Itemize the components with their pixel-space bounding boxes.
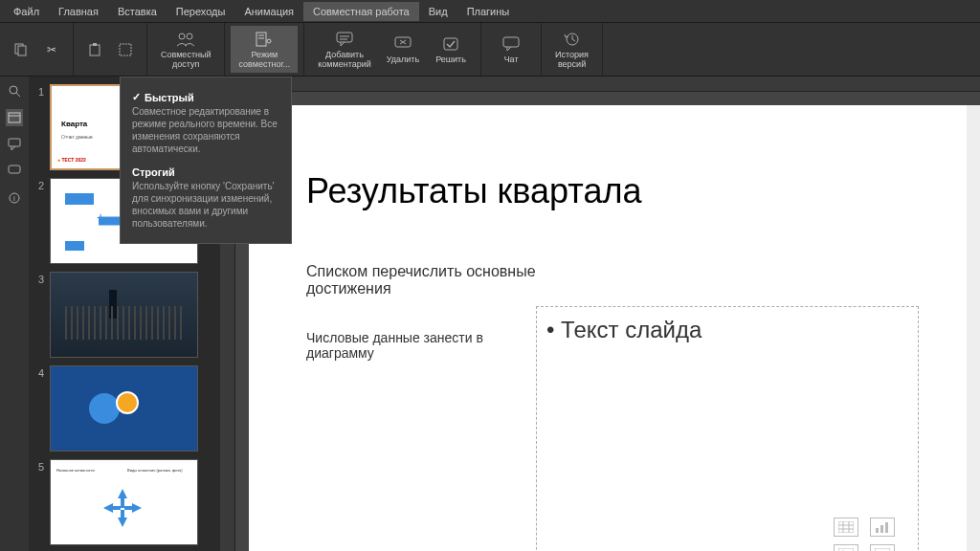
- svg-rect-32: [880, 525, 883, 533]
- svg-rect-33: [885, 522, 888, 533]
- scissors-icon: ✂: [42, 40, 61, 59]
- paste-button[interactable]: [79, 36, 110, 63]
- chat-icon: [501, 34, 521, 54]
- slide-title[interactable]: Результаты квартала: [306, 172, 641, 210]
- content-insert-icons: [834, 518, 899, 551]
- coedit-mode-button[interactable]: Режим совместног...: [231, 26, 298, 74]
- svg-rect-7: [256, 33, 266, 46]
- paste-icon: [85, 40, 104, 59]
- thumb1-logo: ● ТЕСТ 2022: [57, 157, 86, 163]
- svg-rect-2: [90, 45, 100, 55]
- select-icon: [116, 40, 135, 59]
- content-placeholder-text: • Текст слайда: [546, 317, 908, 343]
- coedit-mode-dropdown: ✓Быстрый Совместное редактирование в реж…: [120, 77, 292, 244]
- dropdown-fast-desc: Совместное редактирование в режиме реаль…: [132, 105, 279, 155]
- dropdown-item-strict[interactable]: Строгий Используйте кнопку 'Сохранить' д…: [121, 161, 291, 235]
- dropdown-strict-desc: Используйте кнопку 'Сохранить' для синхр…: [132, 180, 279, 230]
- svg-rect-3: [93, 43, 97, 46]
- slide-number-5: 5: [33, 459, 50, 545]
- chat-button[interactable]: Чат: [487, 31, 535, 69]
- menu-plugins[interactable]: Плагины: [457, 2, 520, 21]
- slide-text-left[interactable]: Числовые данные занести в диаграмму: [306, 330, 526, 361]
- menu-animation[interactable]: Анимация: [234, 2, 303, 21]
- checkmark-icon: ✓: [132, 91, 141, 103]
- svg-line-19: [16, 93, 20, 97]
- svg-point-5: [179, 33, 185, 39]
- svg-rect-26: [838, 521, 854, 533]
- current-slide[interactable]: Результаты квартала Списком перечислить …: [249, 105, 967, 551]
- svg-rect-15: [444, 38, 457, 50]
- slide-number-3: 3: [33, 272, 50, 358]
- svg-rect-20: [9, 113, 20, 122]
- select-button[interactable]: [110, 36, 141, 63]
- svg-rect-1: [18, 46, 26, 55]
- comment-icon: [335, 30, 354, 49]
- sharing-button[interactable]: Совместный доступ: [153, 26, 218, 74]
- feedback-icon[interactable]: i: [6, 189, 23, 207]
- resolve-label: Решить: [435, 55, 466, 65]
- content-placeholder[interactable]: • Текст слайда: [536, 306, 919, 551]
- slides-panel-icon[interactable]: [6, 109, 23, 126]
- history-icon: [563, 30, 582, 49]
- svg-point-18: [10, 86, 17, 94]
- slide-number-1: 1: [33, 84, 50, 170]
- dropdown-strict-title: Строгий: [132, 166, 279, 178]
- menu-bar: Файл Главная Вставка Переходы Анимация С…: [0, 0, 980, 23]
- copy-icon: [11, 40, 31, 59]
- slide-thumb-4[interactable]: [50, 365, 198, 452]
- search-icon[interactable]: [6, 82, 23, 99]
- menu-home[interactable]: Главная: [49, 2, 108, 21]
- delete-comment-label: Удалить: [387, 55, 419, 65]
- menu-collaboration[interactable]: Совместная работа: [303, 2, 419, 21]
- add-comment-button[interactable]: Добавить комментарий: [310, 26, 378, 74]
- slide-canvas-area: Результаты квартала Списком перечислить …: [220, 77, 980, 551]
- slide-thumb-3[interactable]: [50, 272, 198, 358]
- history-button[interactable]: История версий: [547, 26, 596, 74]
- svg-point-6: [187, 33, 192, 39]
- delete-comment-button[interactable]: Удалить: [379, 31, 427, 69]
- cut-button[interactable]: ✂: [36, 36, 67, 63]
- insert-chart-icon[interactable]: [870, 518, 895, 537]
- svg-rect-11: [337, 33, 352, 42]
- insert-image-url-icon[interactable]: [870, 544, 895, 551]
- dropdown-item-fast[interactable]: ✓Быстрый Совместное редактирование в реж…: [121, 85, 291, 161]
- menu-file[interactable]: Файл: [4, 2, 49, 21]
- copy-button[interactable]: [6, 36, 36, 63]
- chat-label: Чат: [504, 55, 519, 65]
- slide-number-4: 4: [33, 365, 50, 452]
- menu-transitions[interactable]: Переходы: [167, 2, 235, 21]
- svg-rect-22: [9, 139, 20, 146]
- sharing-label: Совместный доступ: [161, 51, 211, 70]
- toolbar-ribbon: ✂ Совместный доступ Режим совместног... …: [0, 23, 980, 77]
- delete-comment-icon: [393, 34, 412, 54]
- horizontal-ruler: [220, 77, 980, 92]
- svg-point-10: [267, 39, 271, 43]
- add-comment-label: Добавить комментарий: [318, 51, 370, 70]
- thumb1-subtitle: Отчет данные: [61, 134, 93, 140]
- slide-subtitle[interactable]: Списком перечислить основные достижения: [306, 263, 574, 298]
- svg-rect-31: [876, 528, 879, 533]
- slide-number-2: 2: [33, 178, 50, 264]
- history-label: История версий: [555, 51, 589, 70]
- slide-thumb-5[interactable]: Название активности Виды вложения (ролик…: [50, 459, 198, 545]
- menu-view[interactable]: Вид: [419, 2, 457, 21]
- users-icon: [176, 30, 195, 49]
- svg-rect-4: [120, 44, 131, 55]
- svg-rect-16: [503, 37, 519, 47]
- svg-text:i: i: [13, 194, 15, 203]
- dropdown-fast-title: Быстрый: [145, 92, 194, 103]
- checkbox-icon: [441, 34, 460, 54]
- resolve-button[interactable]: Решить: [427, 31, 475, 69]
- svg-rect-23: [9, 165, 20, 173]
- document-users-icon: [255, 30, 274, 49]
- insert-image-icon[interactable]: [834, 544, 858, 551]
- coedit-mode-label: Режим совместног...: [238, 51, 290, 70]
- comments-panel-icon[interactable]: [6, 136, 23, 153]
- insert-table-icon[interactable]: [834, 518, 858, 537]
- thumb1-title: Кварта: [61, 120, 87, 128]
- left-rail: i: [0, 77, 29, 551]
- chat-panel-icon[interactable]: [6, 163, 23, 180]
- menu-insert[interactable]: Вставка: [108, 2, 167, 21]
